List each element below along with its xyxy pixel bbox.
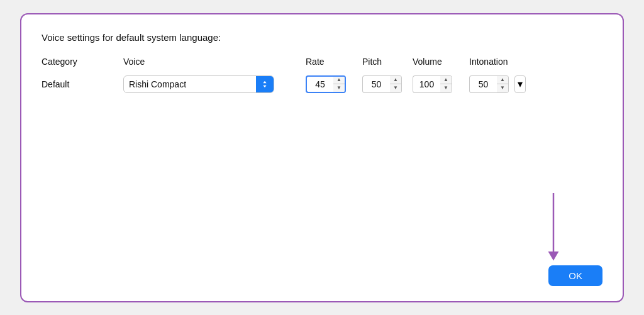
cell-pitch: ▲ ▼ [362,75,413,93]
intonation-input[interactable] [469,75,497,93]
rate-decrement-button[interactable]: ▼ [333,84,345,92]
pitch-input[interactable] [362,75,390,93]
volume-increment-button[interactable]: ▲ [440,76,452,84]
pitch-decrement-button[interactable]: ▼ [390,84,401,92]
header-rate: Rate [306,57,362,67]
pitch-spinner-buttons: ▲ ▼ [390,75,402,93]
header-intonation: Intonation [469,57,526,67]
rate-spinner[interactable]: ▲ ▼ [306,75,362,93]
rate-spinner-buttons: ▲ ▼ [333,75,346,93]
volume-decrement-button[interactable]: ▼ [440,84,452,92]
pitch-increment-button[interactable]: ▲ [390,76,401,84]
cell-voice: Rishi Compact [123,75,306,93]
volume-spinner[interactable]: ▲ ▼ [413,75,469,93]
intonation-increment-button[interactable]: ▲ [497,76,508,84]
ok-button[interactable]: OK [548,265,602,286]
rate-input[interactable] [306,75,333,93]
voice-settings-dialog: Voice settings for default system langua… [20,13,624,302]
category-label: Default [42,79,69,89]
table-row: Default Rishi Compact ▲ ▼ [42,75,602,93]
pitch-spinner[interactable]: ▲ ▼ [362,75,413,93]
header-pitch: Pitch [362,57,413,67]
voice-select-arrows-icon[interactable] [256,75,274,93]
cell-intonation: ▲ ▼ ▾ [469,75,526,93]
volume-input[interactable] [413,75,440,93]
rate-increment-button[interactable]: ▲ [333,77,345,84]
intonation-spinner-buttons: ▲ ▼ [497,75,509,93]
voice-select[interactable]: Rishi Compact [123,75,274,93]
voice-select-text: Rishi Compact [124,75,256,93]
arrow-annotation [535,193,572,268]
table-header: Category Voice Rate Pitch Volume Intonat… [42,57,602,67]
intonation-decrement-button[interactable]: ▼ [497,84,508,92]
dialog-title: Voice settings for default system langua… [42,32,602,43]
header-voice: Voice [123,57,306,67]
chevron-down-icon: ▾ [518,78,523,90]
intonation-dropdown[interactable]: ▾ [514,75,526,93]
cell-category: Default [42,79,123,89]
cell-volume: ▲ ▼ [413,75,469,93]
header-volume: Volume [413,57,469,67]
intonation-spinner[interactable]: ▲ ▼ [469,75,509,93]
header-category: Category [42,57,123,67]
cell-rate: ▲ ▼ [306,75,362,93]
volume-spinner-buttons: ▲ ▼ [440,75,452,93]
